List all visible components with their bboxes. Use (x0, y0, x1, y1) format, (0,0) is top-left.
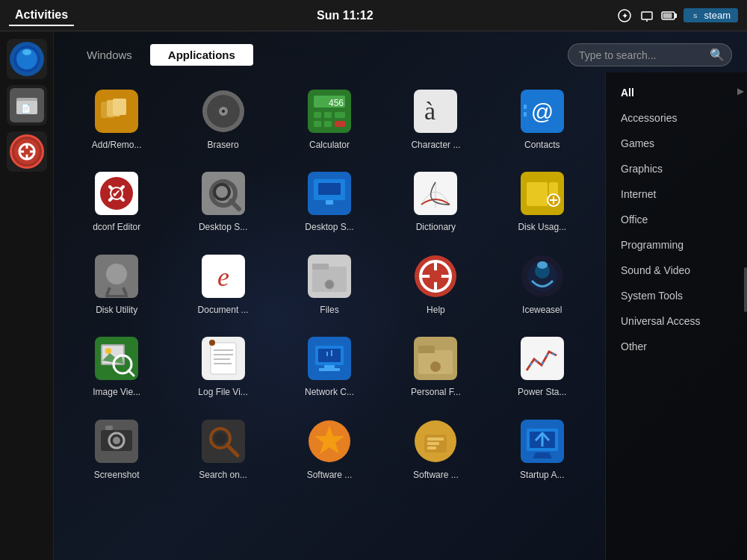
app-label-files: Files (320, 305, 338, 315)
dock-item-files[interactable]: 📄 (7, 85, 47, 125)
app-label-dconf-editor: dconf Editor (93, 222, 140, 232)
app-grid-inner: Add/Remo... Brasero 456 Calculator à Cha… (65, 80, 594, 486)
svg-rect-85 (211, 343, 236, 374)
app-item-log-file[interactable]: Log File Vi... (171, 327, 274, 403)
svg-rect-98 (418, 346, 435, 353)
svg-rect-33 (335, 112, 345, 118)
battery-icon[interactable] (661, 7, 678, 24)
bluetooth-icon[interactable]: ✦ (616, 7, 633, 24)
app-icon-calculator: 456 (306, 87, 353, 135)
app-label-image-viewer: Image Vie... (93, 387, 140, 397)
main-area: 📄 Windows Applications (0, 31, 747, 560)
svg-rect-113 (427, 438, 444, 441)
app-item-image-viewer[interactable]: Image Vie... (65, 327, 168, 403)
app-item-help[interactable]: Help (384, 245, 487, 321)
activities-button[interactable]: Activities (9, 5, 74, 26)
svg-point-19 (24, 149, 30, 155)
app-icon-iceweasel (518, 252, 566, 300)
svg-point-104 (113, 437, 120, 444)
app-item-add-remove[interactable]: Add/Remo... (65, 80, 168, 156)
tab-windows[interactable]: Windows (69, 44, 150, 66)
dock-item-firefox[interactable] (7, 39, 47, 79)
sidebar-collapse-arrow[interactable]: ▶ (734, 80, 747, 102)
svg-rect-5 (675, 13, 677, 18)
app-item-files[interactable]: Files (278, 245, 381, 321)
search-icon: 🔍 (710, 48, 725, 62)
app-label-disk-utility: Disk Utility (96, 305, 137, 315)
app-label-desktop-s2: Desktop S... (305, 222, 353, 232)
app-item-iceweasel[interactable]: Iceweasel (491, 245, 594, 321)
app-item-character[interactable]: à Character ... (384, 80, 487, 156)
app-icon-personal-f (412, 335, 459, 382)
app-icon-search-on (199, 417, 247, 465)
app-item-calculator[interactable]: 456 Calculator (278, 80, 381, 156)
dock-item-help[interactable] (7, 131, 47, 172)
svg-point-77 (537, 261, 548, 269)
app-item-software-u[interactable]: Software ... (278, 410, 381, 486)
category-all[interactable]: All (606, 80, 747, 105)
svg-point-90 (209, 340, 215, 346)
app-item-desktop-s2[interactable]: Desktop S... (278, 162, 381, 238)
app-item-desktop-s1[interactable]: Desktop S... (171, 162, 274, 238)
category-internet[interactable]: Internet (606, 181, 747, 207)
search-input[interactable] (579, 49, 710, 61)
svg-rect-2 (642, 12, 652, 19)
category-graphics[interactable]: Graphics (606, 156, 747, 181)
svg-rect-53 (318, 183, 341, 195)
app-item-screenshot[interactable]: Screenshot (65, 410, 168, 486)
tab-applications[interactable]: Applications (150, 44, 253, 66)
svg-point-73 (430, 270, 441, 282)
app-label-screenshot: Screenshot (94, 470, 140, 480)
svg-rect-23 (113, 99, 126, 115)
app-icon-character: à (412, 87, 459, 135)
app-item-disk-utility[interactable]: Disk Utility (65, 245, 168, 321)
app-icon-contacts: @ (518, 87, 566, 135)
category-universal-access[interactable]: Universal Access (606, 308, 747, 334)
app-icon-help (412, 252, 459, 300)
app-item-disk-usage[interactable]: Disk Usag... (491, 162, 594, 238)
app-item-search-on[interactable]: Search on... (171, 410, 274, 486)
app-item-power-sta[interactable]: Power Sta... (491, 327, 594, 403)
app-label-network: Network C... (305, 387, 354, 397)
nav-bar: Windows Applications 🔍 (54, 31, 747, 72)
category-programming[interactable]: Programming (606, 232, 747, 258)
app-item-network[interactable]: Network C... (278, 327, 381, 403)
svg-rect-35 (324, 121, 332, 127)
search-box[interactable]: 🔍 (568, 43, 732, 66)
category-other[interactable]: Other (606, 334, 747, 359)
svg-text:✔: ✔ (112, 187, 121, 199)
steam-button[interactable]: S steam (684, 8, 738, 22)
app-icon-disk-utility (93, 252, 140, 300)
svg-point-99 (430, 361, 441, 372)
app-label-startup: Startup A... (520, 470, 564, 480)
app-item-personal-f[interactable]: Personal F... (384, 327, 487, 403)
app-item-document[interactable]: e Document ... (171, 245, 274, 321)
category-system-tools[interactable]: System Tools (606, 283, 747, 308)
category-office[interactable]: Office (606, 207, 747, 232)
app-icon-document: e (199, 252, 247, 300)
category-games[interactable]: Games (606, 131, 747, 156)
app-label-software-c: Software ... (413, 470, 459, 480)
app-item-startup[interactable]: Startup A... (491, 410, 594, 486)
category-sound-video[interactable]: Sound & Video (606, 258, 747, 283)
app-label-disk-usage: Disk Usag... (518, 222, 566, 232)
svg-point-27 (222, 110, 225, 113)
svg-point-68 (325, 280, 334, 289)
svg-rect-34 (314, 121, 321, 127)
app-item-software-c[interactable]: Software ... (384, 410, 487, 486)
app-item-contacts[interactable]: @ Contacts (491, 80, 594, 156)
app-item-brasero[interactable]: Brasero (171, 80, 274, 156)
category-sidebar: ▶ AllAccessoriesGamesGraphicsInternetOff… (605, 72, 747, 560)
category-accessories[interactable]: Accessories (606, 105, 747, 131)
svg-text:à: à (424, 97, 436, 125)
app-icon-disk-usage (518, 169, 566, 217)
svg-rect-94 (324, 365, 335, 368)
svg-rect-31 (314, 112, 321, 118)
app-item-dictionary[interactable]: Dictionary (384, 162, 487, 238)
content-area: Windows Applications 🔍 Add/Remo... Brase… (54, 31, 747, 560)
app-item-dconf-editor[interactable]: ✔ dconf Editor (65, 162, 168, 238)
app-label-calculator: Calculator (309, 140, 350, 150)
app-icon-screenshot (93, 417, 140, 465)
network-icon[interactable] (639, 7, 655, 24)
apps-container: Add/Remo... Brasero 456 Calculator à Cha… (54, 72, 747, 560)
